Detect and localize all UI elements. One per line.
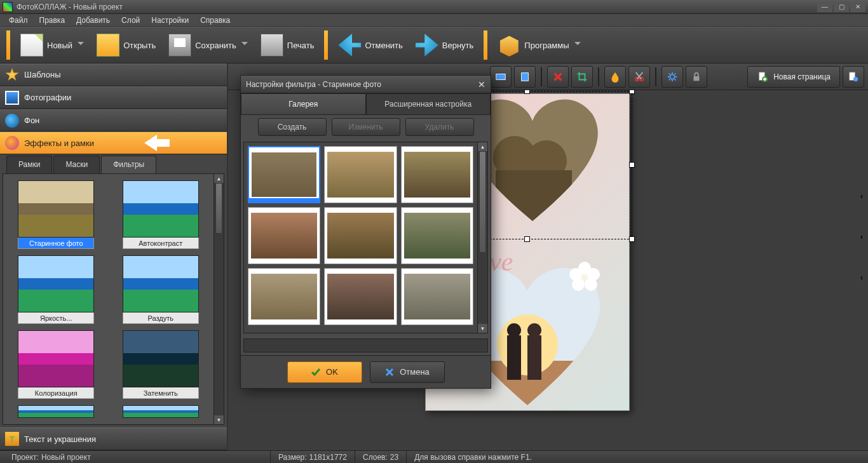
menu-layer[interactable]: Слой: [116, 15, 145, 26]
create-preset-button[interactable]: Создать: [258, 118, 327, 136]
sidebar-item-templates[interactable]: Шаблоны: [0, 64, 227, 86]
tool-cut[interactable]: [628, 66, 650, 88]
resize-handle[interactable]: [524, 90, 530, 94]
tab-advanced[interactable]: Расширенная настройка: [366, 93, 491, 115]
preset-grid: [244, 142, 477, 333]
dialog-preset-actions: Создать Изменить Удалить: [241, 115, 491, 139]
new-icon: [20, 34, 43, 57]
side-handle[interactable]: ‹: [860, 273, 865, 282]
text-icon: T: [5, 432, 19, 446]
scroll-thumb[interactable]: [479, 151, 486, 253]
programs-button[interactable]: Программы: [491, 31, 587, 59]
sidebar: Шаблоны Фотографии Фон Эффекты и рамки Р…: [0, 64, 228, 450]
preset-grid-scrollbar[interactable]: ▲ ▼: [477, 142, 487, 333]
dialog-close-button[interactable]: ✕: [478, 79, 485, 90]
dialog-titlebar[interactable]: Настройки фильтра - Старинное фото ✕: [241, 76, 491, 93]
preset-item[interactable]: [401, 207, 473, 264]
sidebar-item-effects[interactable]: Эффекты и рамки: [0, 131, 227, 154]
filter-colorize[interactable]: Колоризация: [10, 330, 103, 399]
new-button[interactable]: Новый: [14, 31, 90, 59]
tab-frames[interactable]: Рамки: [6, 156, 52, 173]
tab-gallery[interactable]: Галерея: [241, 93, 366, 115]
menu-edit[interactable]: Правка: [34, 15, 71, 26]
preset-item[interactable]: [401, 268, 473, 325]
tool-delete[interactable]: [547, 66, 569, 88]
redo-icon: [416, 34, 438, 57]
redo-button[interactable]: Вернуть: [409, 31, 480, 59]
tool-settings[interactable]: [661, 66, 683, 88]
preset-item[interactable]: [324, 146, 397, 203]
menu-settings[interactable]: Настройки: [146, 15, 194, 26]
pointer-arrow-icon: [144, 133, 170, 152]
cancel-label: Отмена: [400, 367, 430, 377]
filter-brightness[interactable]: Яркость...: [10, 255, 103, 324]
chevron-down-icon: [78, 42, 84, 48]
tab-filters[interactable]: Фильтры: [101, 156, 156, 173]
resize-handle[interactable]: [629, 90, 635, 94]
sidebar-item-photos[interactable]: Фотографии: [0, 86, 227, 109]
svg-point-27: [572, 278, 585, 291]
scroll-up-arrow[interactable]: ▲: [478, 142, 487, 151]
filter-grid-scrollbar[interactable]: ▲ ▼: [214, 174, 224, 424]
ok-button[interactable]: OK: [287, 361, 362, 383]
save-button[interactable]: Сохранить: [162, 31, 254, 59]
filter-caption: Раздуть: [123, 312, 199, 324]
open-label: Открыть: [123, 41, 156, 50]
page-plus-icon: [757, 71, 768, 83]
scroll-down-arrow[interactable]: ▼: [478, 324, 487, 333]
preset-item[interactable]: [248, 207, 320, 264]
cancel-icon: [384, 367, 395, 377]
filter-thumbnail: [18, 255, 94, 312]
tool-fit-page[interactable]: [514, 66, 536, 88]
delete-preset-button[interactable]: Удалить: [405, 118, 474, 136]
preset-item[interactable]: [248, 146, 320, 203]
tool-page-settings[interactable]: [843, 66, 864, 88]
preset-item[interactable]: [324, 268, 397, 325]
menu-add[interactable]: Добавить: [71, 15, 115, 26]
dialog-tabs: Галерея Расширенная настройка: [241, 93, 491, 115]
filter-darken[interactable]: Затемнить: [114, 330, 208, 399]
filter-vintage-photo[interactable]: Старинное фото: [10, 180, 103, 249]
toolbar-separator: [484, 30, 487, 60]
tool-fit-width[interactable]: [490, 66, 512, 88]
preset-item[interactable]: [401, 146, 473, 203]
edit-preset-button[interactable]: Изменить: [332, 118, 400, 136]
tab-masks[interactable]: Маски: [53, 156, 100, 173]
menu-help[interactable]: Справка: [195, 15, 235, 26]
side-handle[interactable]: ‹: [860, 232, 865, 241]
cancel-button[interactable]: Отмена: [370, 361, 445, 383]
tool-crop[interactable]: [571, 66, 593, 88]
scissors-icon: [634, 71, 645, 83]
toolbar-divider: [541, 67, 542, 86]
filter-item[interactable]: [10, 405, 103, 418]
close-button[interactable]: ✕: [850, 2, 865, 12]
minimize-button[interactable]: —: [817, 2, 832, 12]
filter-autocontrast[interactable]: Автоконтраст: [114, 180, 208, 249]
resize-handle[interactable]: [629, 162, 635, 168]
print-icon: [261, 34, 283, 57]
tool-color[interactable]: [604, 66, 626, 88]
print-button[interactable]: Печать: [254, 31, 321, 59]
sidebar-item-text[interactable]: T Текст и украшения: [0, 427, 227, 450]
resize-handle[interactable]: [524, 236, 530, 242]
scroll-up-arrow[interactable]: ▲: [214, 174, 224, 183]
menu-file[interactable]: Файл: [4, 15, 33, 26]
undo-label: Отменить: [365, 41, 402, 50]
sidebar-item-background[interactable]: Фон: [0, 109, 227, 132]
open-button[interactable]: Открыть: [90, 31, 162, 59]
new-page-button[interactable]: Новая страница: [747, 66, 840, 88]
filter-item[interactable]: [114, 405, 208, 418]
preset-item[interactable]: [324, 207, 397, 264]
scroll-thumb[interactable]: [215, 183, 222, 234]
ok-label: OK: [326, 367, 338, 377]
lock-icon: [691, 71, 702, 83]
filter-inflate[interactable]: Раздуть: [114, 255, 208, 324]
preset-item[interactable]: [248, 268, 320, 325]
resize-handle[interactable]: [629, 236, 635, 242]
side-handle[interactable]: ‹: [860, 192, 865, 201]
scroll-down-arrow[interactable]: ▼: [214, 415, 224, 424]
tool-lock[interactable]: [686, 66, 707, 88]
undo-button[interactable]: Отменить: [332, 31, 409, 59]
sidebar-item-label: Текст и украшения: [24, 434, 96, 444]
maximize-button[interactable]: ▢: [834, 2, 849, 12]
